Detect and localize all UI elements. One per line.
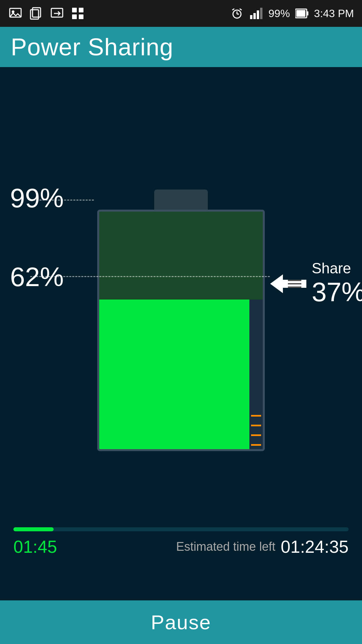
tick-mark xyxy=(251,425,261,426)
svg-rect-3 xyxy=(31,10,39,19)
battery-visualization: 99% 62% xyxy=(97,190,265,451)
progress-bar-container xyxy=(13,527,349,531)
progress-bar-fill xyxy=(13,527,54,531)
share-arrow-body xyxy=(283,280,306,288)
battery-share-threshold-label: 62% xyxy=(10,262,64,292)
svg-rect-4 xyxy=(51,8,63,17)
battery-body xyxy=(97,210,265,451)
svg-line-12 xyxy=(232,9,234,10)
battery-percent-status: 99% xyxy=(268,7,290,20)
tick-mark xyxy=(251,434,261,436)
tick-mark xyxy=(251,444,261,446)
share-line xyxy=(288,286,301,288)
pause-label: Pause xyxy=(151,611,211,634)
time-info-row: 01:45 Estimated time left 01:24:35 xyxy=(13,537,349,557)
share-label-text: Share xyxy=(312,260,362,277)
status-bar: 99% 3:43 PM xyxy=(0,0,362,27)
share-lines xyxy=(288,280,301,288)
signal-icon xyxy=(249,6,264,21)
svg-rect-6 xyxy=(79,8,83,12)
share-line xyxy=(288,283,301,284)
svg-line-13 xyxy=(240,9,242,10)
battery-tick-marks xyxy=(249,300,263,449)
image-icon xyxy=(8,6,23,21)
copy-icon xyxy=(29,6,44,21)
battery-99-dashed-line xyxy=(30,200,94,201)
transfer-icon xyxy=(50,6,64,21)
bottom-area: 01:45 Estimated time left 01:24:35 xyxy=(0,527,362,557)
share-arrow-icon xyxy=(270,274,283,293)
svg-rect-7 xyxy=(72,14,77,19)
page-title: Power Sharing xyxy=(11,33,173,61)
battery-shared-section xyxy=(99,300,249,449)
alarm-icon xyxy=(230,6,244,21)
battery-icon xyxy=(295,6,309,21)
svg-rect-16 xyxy=(257,10,259,19)
svg-rect-14 xyxy=(250,15,252,19)
share-label-group: Share 37% xyxy=(270,260,362,308)
share-percent-value: 37% xyxy=(312,277,362,308)
battery-kept-section xyxy=(99,212,263,300)
svg-rect-5 xyxy=(72,8,77,12)
status-bar-left xyxy=(8,6,85,21)
svg-rect-19 xyxy=(296,10,305,17)
grid-icon xyxy=(70,6,85,21)
status-bar-right: 99% 3:43 PM xyxy=(230,6,354,21)
tick-mark xyxy=(251,415,261,417)
battery-tip xyxy=(154,190,208,210)
svg-rect-8 xyxy=(79,14,83,19)
estimated-time-label: Estimated time left xyxy=(176,540,275,554)
svg-rect-15 xyxy=(253,13,256,19)
share-line xyxy=(288,280,301,281)
estimated-time-value: 01:24:35 xyxy=(281,537,349,557)
svg-rect-17 xyxy=(260,8,262,19)
battery-62-dashed-line xyxy=(30,276,270,277)
share-text-group: Share 37% xyxy=(312,260,362,308)
pause-button[interactable]: Pause xyxy=(0,600,362,644)
time-display: 3:43 PM xyxy=(314,7,354,20)
current-time-display: 01:45 xyxy=(13,537,57,557)
battery-current-percent-label: 99% xyxy=(10,183,64,214)
svg-rect-20 xyxy=(307,11,308,15)
header: Power Sharing xyxy=(0,27,362,67)
svg-rect-2 xyxy=(33,8,41,17)
main-content: 99% 62% xyxy=(0,67,362,600)
